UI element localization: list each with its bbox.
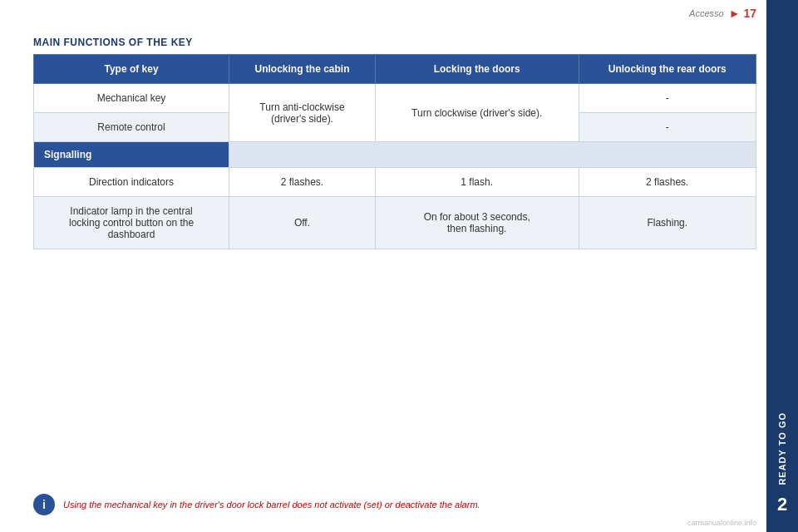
top-label-area: Accesso ► 17 (689, 7, 756, 20)
col-type-of-key: Type of key (34, 55, 229, 84)
cell-locking-doors-shared: Turn clockwise (driver's side). (375, 84, 579, 142)
cell-unlocking-rear-mechanical: - (579, 84, 756, 113)
cell-dir-unlocking-rear: 2 flashes. (579, 168, 756, 197)
table-header-row: Type of key Unlocking the cabin Locking … (34, 55, 756, 84)
table-row: Indicator lamp in the centrallocking con… (34, 197, 756, 249)
cell-unlocking-rear-remote: - (579, 113, 756, 142)
cell-unlocking-cabin-shared: Turn anti-clockwise(driver's side). (229, 84, 376, 142)
cell-lamp-locking-doors: On for about 3 seconds,then flashing. (375, 197, 579, 249)
cell-direction-indicators: Direction indicators (34, 168, 229, 197)
info-text: Using the mechanical key in the driver's… (63, 500, 480, 510)
main-content: Type of key Unlocking the cabin Locking … (33, 54, 756, 466)
sidebar-text: READY TO GO (777, 412, 787, 485)
col-locking-doors: Locking the doors (375, 55, 579, 84)
section-title: MAIN FUNCTIONS OF THE KEY (33, 37, 193, 48)
page-number: ► 17 (729, 7, 756, 20)
watermark: carmanualonline.info (687, 519, 756, 527)
main-table: Type of key Unlocking the cabin Locking … (33, 54, 756, 249)
col-unlocking-cabin: Unlocking the cabin (229, 55, 376, 84)
cell-mechanical-key: Mechanical key (34, 84, 229, 113)
signalling-label: Signalling (34, 142, 229, 168)
info-icon: i (33, 494, 55, 515)
table-row: Mechanical key Turn anti-clockwise(drive… (34, 84, 756, 113)
cell-indicator-lamp: Indicator lamp in the centrallocking con… (34, 197, 229, 249)
col-unlocking-rear: Unlocking the rear doors (579, 55, 756, 84)
signalling-header-row: Signalling (34, 142, 756, 168)
table-row: Direction indicators 2 flashes. 1 flash.… (34, 168, 756, 197)
signalling-empty (229, 142, 756, 168)
right-sidebar: READY TO GO 2 (766, 0, 798, 532)
cell-lamp-unlocking-cabin: Off. (229, 197, 376, 249)
info-box: i Using the mechanical key in the driver… (33, 494, 756, 515)
cell-dir-locking-doors: 1 flash. (375, 168, 579, 197)
accesso-label: Accesso (689, 8, 724, 18)
cell-lamp-unlocking-rear: Flashing. (579, 197, 756, 249)
sidebar-number: 2 (777, 494, 787, 515)
cell-remote-control: Remote control (34, 113, 229, 142)
cell-dir-unlocking-cabin: 2 flashes. (229, 168, 376, 197)
